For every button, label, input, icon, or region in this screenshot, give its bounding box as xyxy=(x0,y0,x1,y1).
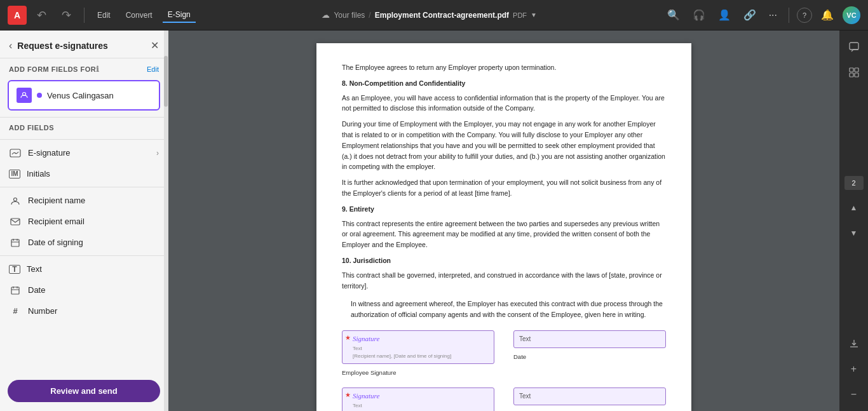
toolbar-center: ☁ Your files / Employment Contract-agree… xyxy=(201,10,658,20)
sidebar-item-recipient-email[interactable]: Recipient email xyxy=(0,211,168,232)
sidebar-title-row: ‹ Request e-signatures xyxy=(9,40,108,51)
history-undo-btn[interactable]: ↶ xyxy=(32,6,51,25)
avatar[interactable]: VC xyxy=(843,6,860,24)
zoom-out-btn[interactable]: − xyxy=(843,383,865,406)
sidebar-item-date[interactable]: Date xyxy=(0,280,168,300)
esignature-label: E-signature xyxy=(28,148,150,158)
esignature-icon xyxy=(9,149,22,158)
pdf-content: The Employee agrees to return any Employ… xyxy=(342,62,666,411)
date-signing-icon xyxy=(9,238,22,247)
history-redo-btn[interactable]: ↷ xyxy=(57,6,76,25)
svg-rect-13 xyxy=(850,68,853,72)
text-label: Text xyxy=(27,264,159,274)
svg-rect-12 xyxy=(850,43,858,50)
svg-rect-16 xyxy=(855,73,858,77)
recipient-name: Venus Calingasan xyxy=(47,91,114,100)
company-date-placeholder: Text xyxy=(519,391,531,401)
toolbar: A ↶ ↷ Edit Convert E-Sign ☁ Your files /… xyxy=(0,0,868,30)
section9-para1: This contract represents the entire agre… xyxy=(342,219,666,250)
sidebar-title: Request e-signatures xyxy=(17,41,107,51)
esign-menu-btn[interactable]: E-Sign xyxy=(163,8,196,23)
convert-menu-btn[interactable]: Convert xyxy=(121,8,158,22)
svg-rect-3 xyxy=(11,219,20,225)
add-form-fields-label: ADD FORM FIELDS FOR ℹ Edit xyxy=(0,58,168,77)
recipient-name-icon xyxy=(9,196,22,205)
comment-panel-btn[interactable] xyxy=(843,36,865,58)
sidebar-close-btn[interactable]: ✕ xyxy=(151,39,159,51)
pdf-viewer[interactable]: The Employee agrees to return any Employ… xyxy=(168,30,839,411)
pdf-page: The Employee agrees to return any Employ… xyxy=(316,43,691,411)
employee-date-placeholder: Text xyxy=(519,334,531,344)
sidebar-item-text[interactable]: T Text xyxy=(0,259,168,280)
sidebar-back-btn[interactable]: ‹ xyxy=(9,40,12,51)
search-btn[interactable]: 🔍 xyxy=(663,6,684,24)
number-icon: # xyxy=(9,306,22,316)
sidebar-divider-4 xyxy=(0,255,168,256)
employee-sig-field[interactable]: ★ Signature Text [Recipient name], [Date… xyxy=(342,330,494,364)
link-btn[interactable]: 🔗 xyxy=(740,6,760,24)
scroll-up-btn[interactable]: ▲ xyxy=(843,196,865,219)
app-logo[interactable]: A xyxy=(8,6,27,25)
more-btn[interactable]: ··· xyxy=(765,7,781,24)
sidebar-item-e-signature[interactable]: E-signature › xyxy=(0,142,168,163)
page-indicator: 2 xyxy=(844,176,864,190)
employee-sig-italic: Signature xyxy=(348,334,489,345)
review-send-btn[interactable]: Review and send xyxy=(8,380,160,402)
toolbar-divider-2 xyxy=(789,8,789,23)
section8-para1: As an Employee, you will have access to … xyxy=(342,93,666,114)
section9-heading: 9. Entirety xyxy=(342,204,666,215)
your-files-label[interactable]: Your files xyxy=(334,11,365,20)
company-sig-field[interactable]: ★ Signature Text [Recipient name], [Date… xyxy=(342,387,494,411)
sidebar: ‹ Request e-signatures ✕ ADD FORM FIELDS… xyxy=(0,30,168,411)
date-icon xyxy=(9,286,22,295)
employee-sig-sub1: Text xyxy=(348,345,489,353)
employee-sig-sub2: [Recipient name], [Date and time of sign… xyxy=(348,353,489,361)
recipient-name-label: Recipient name xyxy=(28,196,159,205)
initials-icon: IM xyxy=(9,170,20,179)
download-btn[interactable] xyxy=(843,332,865,355)
section8-heading: 8. Non-Competition and Confidentiality xyxy=(342,78,666,89)
section10-heading: 10. Jurisdiction xyxy=(342,255,666,266)
number-label: Number xyxy=(28,306,159,316)
scroll-down-btn[interactable]: ▼ xyxy=(843,222,865,245)
sidebar-item-number[interactable]: # Number xyxy=(0,300,168,321)
format-label: PDF xyxy=(513,11,527,19)
recipient-card[interactable]: Venus Calingasan xyxy=(8,80,160,111)
text-icon: T xyxy=(9,265,20,274)
sig-asterisk-1: ★ xyxy=(345,333,351,343)
recipient-email-icon xyxy=(9,218,22,226)
sidebar-item-date-of-signing[interactable]: Date of signing xyxy=(0,232,168,253)
grid-panel-btn[interactable] xyxy=(843,61,865,84)
section8-para3: It is further acknowledged that upon ter… xyxy=(342,177,666,199)
sidebar-header: ‹ Request e-signatures ✕ xyxy=(0,30,168,58)
info-icon: ℹ xyxy=(96,65,100,74)
svg-rect-8 xyxy=(11,287,19,294)
employee-date-field[interactable]: Text xyxy=(513,330,666,348)
zoom-in-btn[interactable]: + xyxy=(843,358,865,381)
edit-link[interactable]: Edit xyxy=(147,65,159,73)
employee-sig-block: ★ Signature Text [Recipient name], [Date… xyxy=(342,330,494,377)
edit-menu-btn[interactable]: Edit xyxy=(92,8,116,22)
sidebar-divider-2 xyxy=(0,139,168,140)
headphone-btn[interactable]: 🎧 xyxy=(689,6,709,24)
format-dropdown-icon[interactable]: ▼ xyxy=(531,11,537,18)
sidebar-divider-3 xyxy=(0,187,168,187)
company-date-field[interactable]: Text xyxy=(513,387,666,405)
person-btn[interactable]: 👤 xyxy=(714,6,735,24)
right-panel: 2 ▲ ▼ + − xyxy=(839,30,868,411)
recipient-email-label: Recipient email xyxy=(28,217,159,226)
help-btn[interactable]: ? xyxy=(797,8,812,23)
sidebar-item-recipient-name[interactable]: Recipient name xyxy=(0,190,168,211)
main-content: ‹ Request e-signatures ✕ ADD FORM FIELDS… xyxy=(0,30,868,411)
esignature-arrow: › xyxy=(156,149,159,158)
company-sig-italic: Signature xyxy=(348,391,489,402)
toolbar-right: 🔍 🎧 👤 🔗 ··· ? 🔔 VC xyxy=(663,6,860,24)
sidebar-item-initials[interactable]: IM Initials xyxy=(0,163,168,184)
return-property-text: The Employee agrees to return any Employ… xyxy=(342,62,666,73)
initials-label: Initials xyxy=(27,169,159,179)
sidebar-divider-1 xyxy=(0,117,168,118)
svg-rect-15 xyxy=(850,73,853,77)
company-sig-block: ★ Signature Text [Recipient name], [Date… xyxy=(342,387,494,411)
bell-btn[interactable]: 🔔 xyxy=(817,6,837,24)
section10-para1: This contract shall be governed, interpr… xyxy=(342,270,666,292)
